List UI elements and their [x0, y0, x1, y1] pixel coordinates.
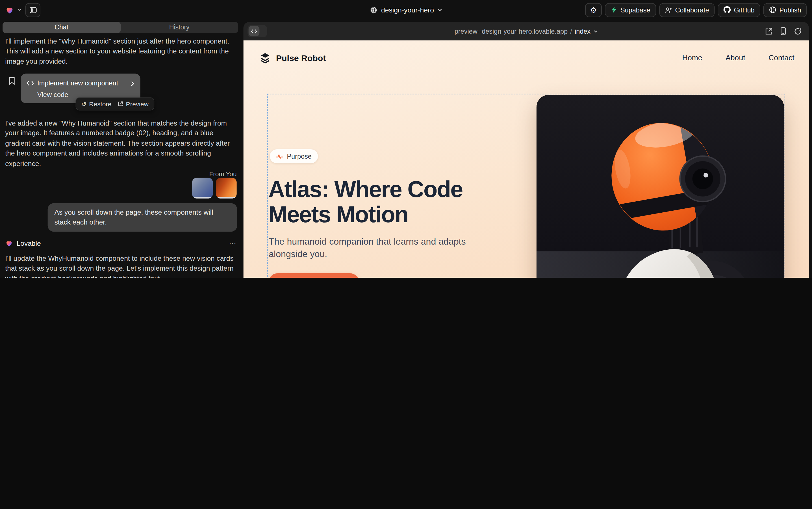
github-button[interactable]: GitHub: [718, 3, 760, 17]
from-you-label: From You: [5, 171, 236, 178]
thumbnail-strip: [216, 197, 236, 199]
github-icon: [724, 6, 731, 13]
publish-button[interactable]: Publish: [764, 3, 807, 17]
preview-url-domain: preview--design-your-hero.lovable.app: [454, 27, 567, 35]
preview-pane: preview--design-your-hero.lovable.app / …: [243, 22, 809, 278]
nav-link-contact[interactable]: Contact: [769, 54, 795, 62]
hero-heading-line-1: Atlas: Where Code: [268, 176, 463, 202]
code-toggle-segment[interactable]: [249, 26, 259, 36]
preview-button[interactable]: Preview: [117, 100, 149, 108]
toggle-sidebar-button[interactable]: [26, 3, 40, 17]
topbar-actions: ⚙ Supabase Collaborate GitHub: [585, 0, 807, 20]
lovable-logo-heart-icon[interactable]: [5, 5, 14, 14]
refresh-icon[interactable]: [794, 27, 802, 35]
supabase-button[interactable]: Supabase: [605, 3, 656, 17]
site-brand-name: Pulse Robot: [276, 53, 326, 63]
message-menu-ellipsis-icon[interactable]: ⋯: [229, 239, 236, 247]
code-icon: [26, 80, 34, 86]
assistant-message-2: I've added a new "Why Humanoid" section …: [5, 118, 239, 169]
project-switcher[interactable]: design-your-hero: [370, 0, 442, 20]
url-chevron-down-icon: [593, 29, 597, 33]
hero-robot-image: [537, 95, 784, 278]
component-card-title: Implement new component: [37, 79, 118, 87]
chevron-right-icon: [131, 81, 135, 87]
assistant-message-3: I'll update the WhyHumanoid component to…: [5, 253, 236, 278]
restore-button[interactable]: ↺ Restore: [81, 100, 112, 108]
thumbnail-strip: [192, 197, 213, 199]
external-link-icon: [117, 101, 123, 107]
attachment-thumbnail-blue[interactable]: [192, 178, 213, 199]
user-message-bubble: As you scroll down the page, these compo…: [48, 203, 237, 232]
collaborate-people-icon: [665, 6, 672, 13]
hero-heading-line-2: Meets Motion: [268, 202, 463, 227]
chat-history-tabs: Chat History: [3, 22, 238, 33]
settings-button[interactable]: ⚙: [585, 3, 602, 17]
lovable-heart-icon: [5, 239, 13, 247]
hero-heading: Atlas: Where Code Meets Motion: [268, 176, 463, 227]
view-code-link[interactable]: View code: [37, 91, 68, 98]
restore-icon: ↺: [81, 100, 86, 108]
tab-history[interactable]: History: [120, 22, 238, 33]
project-name: design-your-hero: [381, 6, 434, 13]
gear-icon: ⚙: [590, 6, 597, 13]
preview-url-page: index: [575, 27, 590, 35]
bookmark-icon[interactable]: [8, 77, 15, 85]
publish-globe-icon: [769, 6, 776, 13]
project-chevron-down-icon: [438, 8, 442, 12]
site-canvas: Pulse Robot Home About Contact Purpose A…: [243, 40, 809, 278]
supabase-bolt-icon: [611, 6, 617, 13]
tab-chat[interactable]: Chat: [3, 22, 120, 33]
site-logo[interactable]: Pulse Robot: [259, 52, 326, 64]
preview-toolbar-actions: [765, 22, 802, 40]
code-preview-toggle[interactable]: [248, 25, 267, 37]
assistant-message-1: I'll implement the "Why Humanoid" sectio…: [5, 36, 236, 66]
attachment-thumbnail-orange[interactable]: [216, 178, 236, 199]
preview-toolbar: preview--design-your-hero.lovable.app / …: [243, 22, 809, 40]
preview-url-bar[interactable]: preview--design-your-hero.lovable.app / …: [454, 22, 598, 40]
preview-url-separator: /: [570, 27, 572, 35]
layers-icon: [259, 52, 271, 64]
restore-preview-menu: ↺ Restore Preview: [76, 98, 154, 110]
project-globe-icon: [370, 6, 377, 13]
agent-name: Lovable: [17, 239, 41, 247]
request-access-button[interactable]: Request Access →: [268, 273, 359, 278]
agent-header: Lovable ⋯: [5, 238, 236, 248]
site-nav: Home About Contact: [682, 54, 795, 62]
purpose-badge: Purpose: [270, 149, 318, 163]
app-window: design-your-hero ⚙ Supabase Collaborate: [0, 0, 812, 278]
hero-subheading: The humanoid companion that learns and a…: [269, 236, 471, 260]
robot-illustration: [537, 95, 784, 278]
nav-link-about[interactable]: About: [726, 54, 745, 62]
open-in-new-window-icon[interactable]: [765, 27, 772, 35]
top-bar: design-your-hero ⚙ Supabase Collaborate: [0, 0, 812, 20]
topbar-left: [5, 0, 40, 20]
mobile-view-icon[interactable]: [780, 27, 786, 35]
nav-link-home[interactable]: Home: [682, 54, 702, 62]
collaborate-button[interactable]: Collaborate: [659, 3, 715, 17]
pulse-icon: [276, 153, 283, 160]
workspace-chevron-down-icon[interactable]: [17, 8, 22, 12]
